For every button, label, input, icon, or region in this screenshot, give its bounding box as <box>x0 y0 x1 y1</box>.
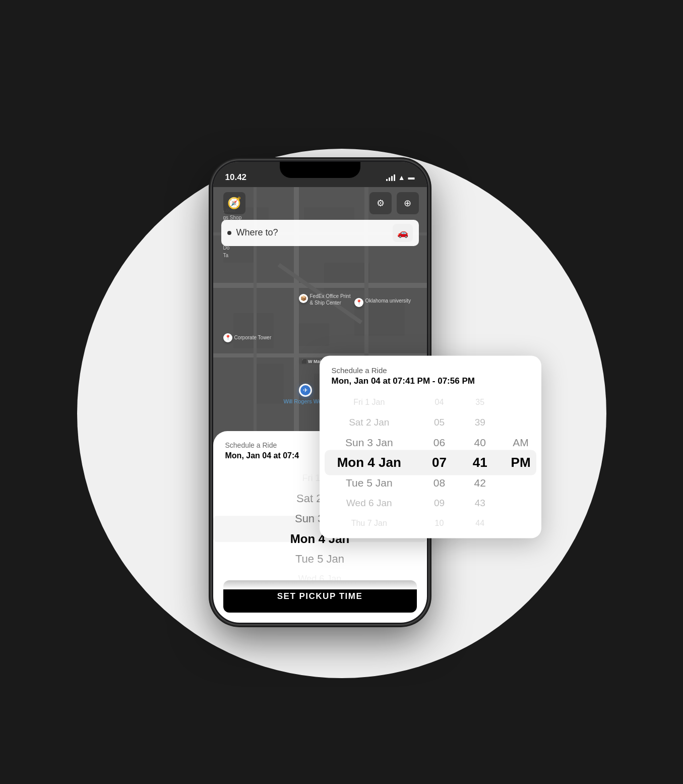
popup-ampm-empty1 <box>501 392 541 412</box>
popup-hour-05: 05 <box>419 412 460 432</box>
search-placeholder: Where to? <box>236 227 388 238</box>
corporate-pin-icon: 📍 <box>223 333 232 342</box>
wifi-icon: ▲ <box>398 173 405 182</box>
car-clock-icon: 🚗 <box>397 227 408 238</box>
popup-ampm-empty5 <box>501 513 541 533</box>
set-pickup-time-label: SET PICKUP TIME <box>277 591 363 601</box>
picker-date-tue: Tue 5 Jan <box>213 549 427 569</box>
popup-date-column[interactable]: Fri 1 Jan Sat 2 Jan Sun 3 Jan Mon 4 Jan … <box>320 392 419 533</box>
filter-button[interactable]: ⚙ <box>369 192 392 214</box>
map-block <box>254 364 284 404</box>
oklahoma-text: Oklahoma university <box>365 298 411 304</box>
popup-ampm-empty4 <box>501 493 541 513</box>
airport-icon: ✈ <box>299 384 312 397</box>
popup-ampm-column[interactable]: AM PM <box>501 392 541 533</box>
filter-icon: ⚙ <box>377 198 385 209</box>
compass-icon: 🧭 <box>227 197 241 210</box>
popup-min-41: 41 <box>460 452 501 472</box>
popup-title: Schedule a Ride <box>332 366 529 374</box>
popup-min-43: 43 <box>460 493 501 513</box>
popup-ampm-empty2 <box>501 412 541 432</box>
fedex-text: FedEx Office Print& Ship Center <box>310 293 351 306</box>
popup-min-40: 40 <box>460 432 501 452</box>
map-block <box>294 323 329 346</box>
popup-min-42: 42 <box>460 472 501 493</box>
schedule-popup-card: Schedule a Ride Mon, Jan 04 at 07:41 PM … <box>320 355 541 538</box>
popup-ampm-empty3 <box>501 472 541 493</box>
notch <box>280 162 360 178</box>
popup-hour-07: 07 <box>419 452 460 472</box>
search-bar[interactable]: Where to? 🚗 <box>221 220 419 246</box>
battery-icon: ▬ <box>408 173 415 181</box>
popup-hour-column[interactable]: 04 05 06 07 08 09 10 <box>419 392 460 533</box>
popup-ampm-pm: PM <box>501 452 541 472</box>
popup-date-tue: Tue 5 Jan <box>320 472 419 493</box>
popup-hour-08: 08 <box>419 472 460 493</box>
popup-hour-10: 10 <box>419 513 460 533</box>
search-origin-dot <box>227 231 231 235</box>
location-button[interactable]: ⊕ <box>397 192 419 214</box>
popup-ampm-am: AM <box>501 432 541 452</box>
scene: 10.42 ▲ ▬ <box>0 0 683 784</box>
popup-minute-column[interactable]: 35 39 40 41 42 43 44 <box>460 392 501 533</box>
signal-icon <box>386 174 395 181</box>
popup-hour-06: 06 <box>419 432 460 452</box>
popup-date-sun: Sun 3 Jan <box>320 432 419 452</box>
popup-date-thu: Thu 7 Jan <box>320 513 419 533</box>
schedule-ride-button[interactable]: 🚗 <box>393 224 413 242</box>
popup-date-sat: Sat 2 Jan <box>320 412 419 432</box>
status-time: 10.42 <box>225 172 247 183</box>
corporate-label: 📍 Corporate Tower <box>223 333 272 342</box>
status-icons: ▲ ▬ <box>386 173 415 182</box>
popup-min-44: 44 <box>460 513 501 533</box>
popup-date-mon: Mon 4 Jan <box>320 452 419 472</box>
fedex-pin-icon: 📦 <box>299 294 308 303</box>
popup-date-wed: Wed 6 Jan <box>320 493 419 513</box>
compass-button[interactable]: 🧭 <box>223 192 245 214</box>
location-icon: ⊕ <box>404 198 411 209</box>
popup-subtitle: Mon, Jan 04 at 07:41 PM - 07:56 PM <box>332 376 529 386</box>
popup-hour-04: 04 <box>419 392 460 412</box>
road-h1 <box>213 283 427 288</box>
oklahoma-label: 📍 Oklahoma university <box>354 298 411 307</box>
map-label-ta: Ta <box>223 253 229 258</box>
popup-date-fri: Fri 1 Jan <box>320 392 419 412</box>
fedex-label: 📦 FedEx Office Print& Ship Center <box>299 293 351 306</box>
popup-min-39: 39 <box>460 412 501 432</box>
popup-picker-area[interactable]: Fri 1 Jan Sat 2 Jan Sun 3 Jan Mon 4 Jan … <box>320 392 541 533</box>
popup-header: Schedule a Ride Mon, Jan 04 at 07:41 PM … <box>320 366 541 392</box>
set-pickup-time-button[interactable]: SET PICKUP TIME <box>223 580 417 613</box>
popup-hour-09: 09 <box>419 493 460 513</box>
oklahoma-pin-icon: 📍 <box>354 298 363 307</box>
map-block <box>354 303 405 336</box>
popup-min-35: 35 <box>460 392 501 412</box>
popup-picker-columns: Fri 1 Jan Sat 2 Jan Sun 3 Jan Mon 4 Jan … <box>320 392 541 533</box>
corporate-text: Corporate Tower <box>234 335 272 340</box>
